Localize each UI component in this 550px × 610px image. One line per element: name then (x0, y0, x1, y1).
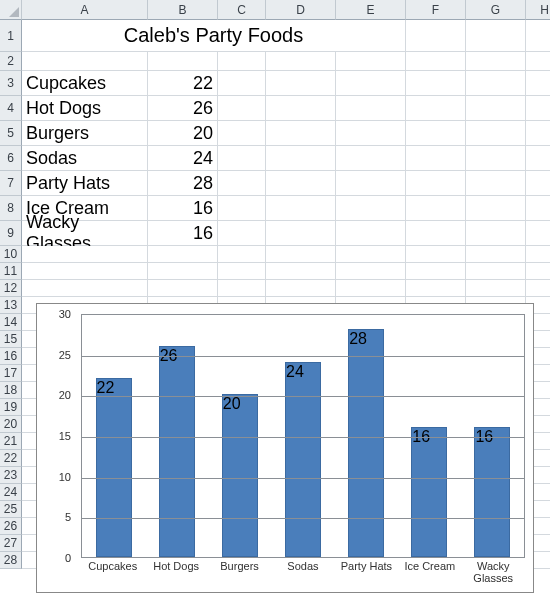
row-header-28[interactable]: 28 (0, 552, 22, 569)
column-header-f[interactable]: F (406, 0, 466, 20)
cell[interactable] (526, 20, 550, 52)
row-header-21[interactable]: 21 (0, 433, 22, 450)
row-header-13[interactable]: 13 (0, 297, 22, 314)
cell[interactable]: 16 (148, 196, 218, 221)
row-header-10[interactable]: 10 (0, 246, 22, 263)
cell[interactable] (526, 146, 550, 171)
cell[interactable] (22, 52, 148, 71)
cell[interactable] (466, 196, 526, 221)
cell[interactable] (22, 246, 148, 263)
cell[interactable] (218, 221, 266, 246)
cell[interactable] (218, 71, 266, 96)
cell[interactable]: Sodas (22, 146, 148, 171)
row-header-23[interactable]: 23 (0, 467, 22, 484)
cell[interactable]: 20 (148, 121, 218, 146)
cell[interactable] (526, 280, 550, 297)
cell[interactable]: 22 (148, 71, 218, 96)
cell[interactable] (336, 246, 406, 263)
row-header-22[interactable]: 22 (0, 450, 22, 467)
cell[interactable] (406, 263, 466, 280)
cell[interactable] (266, 121, 336, 146)
cell[interactable] (148, 280, 218, 297)
cell[interactable] (406, 146, 466, 171)
column-header-h[interactable]: H (526, 0, 550, 20)
cell[interactable]: 24 (148, 146, 218, 171)
cell[interactable] (336, 263, 406, 280)
row-header-15[interactable]: 15 (0, 331, 22, 348)
cell[interactable] (406, 96, 466, 121)
cell[interactable] (266, 221, 336, 246)
cell[interactable]: 16 (148, 221, 218, 246)
row-header-14[interactable]: 14 (0, 314, 22, 331)
cell[interactable] (406, 20, 466, 52)
cell[interactable] (406, 171, 466, 196)
cell[interactable] (406, 196, 466, 221)
cell[interactable] (336, 196, 406, 221)
row-header-8[interactable]: 8 (0, 196, 22, 221)
cell[interactable] (336, 52, 406, 71)
cell[interactable] (266, 146, 336, 171)
bar[interactable]: 26 (159, 346, 195, 557)
cell[interactable] (406, 280, 466, 297)
cell[interactable] (266, 196, 336, 221)
bar[interactable]: 28 (348, 329, 384, 557)
cell[interactable] (218, 121, 266, 146)
row-header-18[interactable]: 18 (0, 382, 22, 399)
row-header-1[interactable]: 1 (0, 20, 22, 52)
cell[interactable] (526, 246, 550, 263)
cell[interactable] (526, 96, 550, 121)
cell[interactable]: Wacky Glasses (22, 221, 148, 246)
cell[interactable] (526, 171, 550, 196)
bar[interactable]: 16 (411, 427, 447, 557)
row-header-26[interactable]: 26 (0, 518, 22, 535)
cell[interactable] (466, 52, 526, 71)
row-header-2[interactable]: 2 (0, 52, 22, 71)
cell[interactable] (406, 52, 466, 71)
row-header-7[interactable]: 7 (0, 171, 22, 196)
cell[interactable] (336, 96, 406, 121)
cell[interactable] (336, 171, 406, 196)
row-header-27[interactable]: 27 (0, 535, 22, 552)
bar[interactable]: 22 (96, 378, 132, 557)
cell[interactable] (526, 221, 550, 246)
column-header-c[interactable]: C (218, 0, 266, 20)
cell[interactable] (266, 52, 336, 71)
row-header-16[interactable]: 16 (0, 348, 22, 365)
cell[interactable] (466, 121, 526, 146)
cell[interactable] (148, 246, 218, 263)
cell[interactable] (336, 121, 406, 146)
cell[interactable] (218, 52, 266, 71)
cell[interactable] (148, 52, 218, 71)
row-header-19[interactable]: 19 (0, 399, 22, 416)
cell[interactable] (266, 96, 336, 121)
cell[interactable] (406, 246, 466, 263)
bar[interactable]: 20 (222, 394, 258, 557)
cell[interactable] (466, 221, 526, 246)
cell[interactable] (218, 171, 266, 196)
cell[interactable] (266, 71, 336, 96)
cell[interactable] (266, 171, 336, 196)
row-header-5[interactable]: 5 (0, 121, 22, 146)
cell[interactable]: Party Hats (22, 171, 148, 196)
row-header-24[interactable]: 24 (0, 484, 22, 501)
bar[interactable]: 24 (285, 362, 321, 557)
cell[interactable] (526, 52, 550, 71)
cell[interactable] (22, 280, 148, 297)
cell[interactable] (526, 196, 550, 221)
cell[interactable] (466, 263, 526, 280)
cell[interactable] (266, 280, 336, 297)
cell[interactable] (218, 246, 266, 263)
cell[interactable] (466, 246, 526, 263)
row-header-9[interactable]: 9 (0, 221, 22, 246)
cell[interactable]: Cupcakes (22, 71, 148, 96)
row-header-6[interactable]: 6 (0, 146, 22, 171)
cell[interactable] (336, 280, 406, 297)
cell[interactable] (466, 96, 526, 121)
cell[interactable]: 28 (148, 171, 218, 196)
cell[interactable] (406, 121, 466, 146)
cell[interactable] (526, 71, 550, 96)
cell[interactable] (22, 263, 148, 280)
bar[interactable]: 16 (474, 427, 510, 557)
cell[interactable] (218, 146, 266, 171)
column-header-g[interactable]: G (466, 0, 526, 20)
